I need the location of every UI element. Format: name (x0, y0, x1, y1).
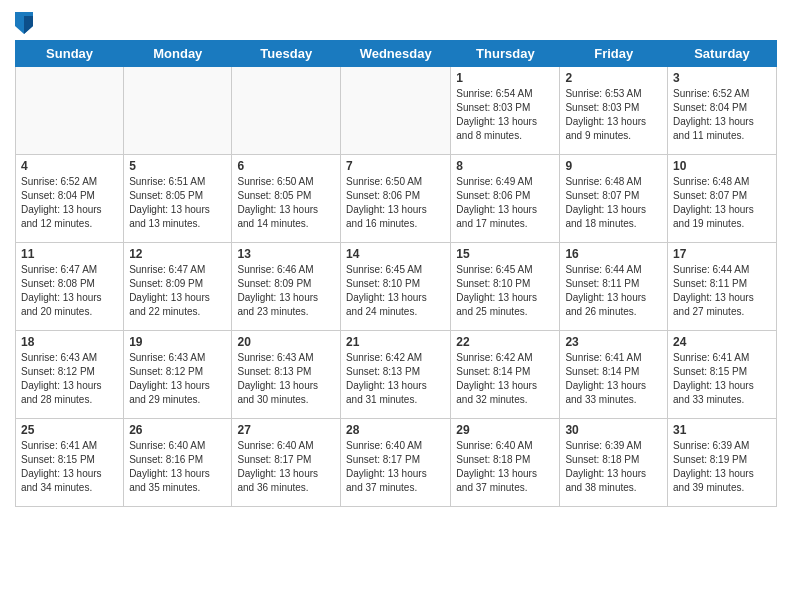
calendar-cell: 20Sunrise: 6:43 AM Sunset: 8:13 PM Dayli… (232, 331, 341, 419)
weekday-header-friday: Friday (560, 41, 668, 67)
day-info: Sunrise: 6:41 AM Sunset: 8:15 PM Dayligh… (21, 439, 118, 495)
calendar-cell: 9Sunrise: 6:48 AM Sunset: 8:07 PM Daylig… (560, 155, 668, 243)
day-info: Sunrise: 6:44 AM Sunset: 8:11 PM Dayligh… (565, 263, 662, 319)
calendar-cell: 31Sunrise: 6:39 AM Sunset: 8:19 PM Dayli… (668, 419, 777, 507)
day-info: Sunrise: 6:52 AM Sunset: 8:04 PM Dayligh… (673, 87, 771, 143)
day-info: Sunrise: 6:51 AM Sunset: 8:05 PM Dayligh… (129, 175, 226, 231)
day-info: Sunrise: 6:40 AM Sunset: 8:17 PM Dayligh… (346, 439, 445, 495)
day-number: 6 (237, 159, 335, 173)
day-info: Sunrise: 6:39 AM Sunset: 8:18 PM Dayligh… (565, 439, 662, 495)
day-number: 20 (237, 335, 335, 349)
calendar-cell: 14Sunrise: 6:45 AM Sunset: 8:10 PM Dayli… (341, 243, 451, 331)
calendar-cell: 1Sunrise: 6:54 AM Sunset: 8:03 PM Daylig… (451, 67, 560, 155)
day-number: 13 (237, 247, 335, 261)
day-info: Sunrise: 6:52 AM Sunset: 8:04 PM Dayligh… (21, 175, 118, 231)
calendar-cell: 4Sunrise: 6:52 AM Sunset: 8:04 PM Daylig… (16, 155, 124, 243)
day-info: Sunrise: 6:47 AM Sunset: 8:09 PM Dayligh… (129, 263, 226, 319)
weekday-header-wednesday: Wednesday (341, 41, 451, 67)
day-info: Sunrise: 6:46 AM Sunset: 8:09 PM Dayligh… (237, 263, 335, 319)
day-number: 17 (673, 247, 771, 261)
day-info: Sunrise: 6:41 AM Sunset: 8:14 PM Dayligh… (565, 351, 662, 407)
day-number: 22 (456, 335, 554, 349)
page: SundayMondayTuesdayWednesdayThursdayFrid… (0, 0, 792, 517)
calendar-cell: 18Sunrise: 6:43 AM Sunset: 8:12 PM Dayli… (16, 331, 124, 419)
calendar-cell: 16Sunrise: 6:44 AM Sunset: 8:11 PM Dayli… (560, 243, 668, 331)
day-info: Sunrise: 6:54 AM Sunset: 8:03 PM Dayligh… (456, 87, 554, 143)
calendar-cell (232, 67, 341, 155)
day-info: Sunrise: 6:43 AM Sunset: 8:12 PM Dayligh… (129, 351, 226, 407)
calendar-cell: 12Sunrise: 6:47 AM Sunset: 8:09 PM Dayli… (124, 243, 232, 331)
calendar-cell: 24Sunrise: 6:41 AM Sunset: 8:15 PM Dayli… (668, 331, 777, 419)
calendar-table: SundayMondayTuesdayWednesdayThursdayFrid… (15, 40, 777, 507)
calendar-cell: 11Sunrise: 6:47 AM Sunset: 8:08 PM Dayli… (16, 243, 124, 331)
calendar-cell: 3Sunrise: 6:52 AM Sunset: 8:04 PM Daylig… (668, 67, 777, 155)
day-number: 5 (129, 159, 226, 173)
calendar-cell: 23Sunrise: 6:41 AM Sunset: 8:14 PM Dayli… (560, 331, 668, 419)
day-number: 1 (456, 71, 554, 85)
day-number: 23 (565, 335, 662, 349)
calendar-cell: 27Sunrise: 6:40 AM Sunset: 8:17 PM Dayli… (232, 419, 341, 507)
day-info: Sunrise: 6:40 AM Sunset: 8:17 PM Dayligh… (237, 439, 335, 495)
day-number: 30 (565, 423, 662, 437)
day-info: Sunrise: 6:48 AM Sunset: 8:07 PM Dayligh… (673, 175, 771, 231)
calendar-cell: 25Sunrise: 6:41 AM Sunset: 8:15 PM Dayli… (16, 419, 124, 507)
day-info: Sunrise: 6:48 AM Sunset: 8:07 PM Dayligh… (565, 175, 662, 231)
calendar-week-2: 4Sunrise: 6:52 AM Sunset: 8:04 PM Daylig… (16, 155, 777, 243)
day-info: Sunrise: 6:41 AM Sunset: 8:15 PM Dayligh… (673, 351, 771, 407)
calendar-cell: 17Sunrise: 6:44 AM Sunset: 8:11 PM Dayli… (668, 243, 777, 331)
day-number: 31 (673, 423, 771, 437)
calendar-cell: 30Sunrise: 6:39 AM Sunset: 8:18 PM Dayli… (560, 419, 668, 507)
calendar-cell (341, 67, 451, 155)
calendar-cell: 19Sunrise: 6:43 AM Sunset: 8:12 PM Dayli… (124, 331, 232, 419)
day-number: 21 (346, 335, 445, 349)
calendar-week-4: 18Sunrise: 6:43 AM Sunset: 8:12 PM Dayli… (16, 331, 777, 419)
calendar-header: SundayMondayTuesdayWednesdayThursdayFrid… (16, 41, 777, 67)
day-number: 10 (673, 159, 771, 173)
calendar-week-1: 1Sunrise: 6:54 AM Sunset: 8:03 PM Daylig… (16, 67, 777, 155)
calendar-cell: 7Sunrise: 6:50 AM Sunset: 8:06 PM Daylig… (341, 155, 451, 243)
day-info: Sunrise: 6:45 AM Sunset: 8:10 PM Dayligh… (456, 263, 554, 319)
weekday-header-saturday: Saturday (668, 41, 777, 67)
day-number: 3 (673, 71, 771, 85)
calendar-cell: 15Sunrise: 6:45 AM Sunset: 8:10 PM Dayli… (451, 243, 560, 331)
calendar-cell: 28Sunrise: 6:40 AM Sunset: 8:17 PM Dayli… (341, 419, 451, 507)
header (15, 10, 777, 34)
day-number: 24 (673, 335, 771, 349)
weekday-header-thursday: Thursday (451, 41, 560, 67)
svg-marker-1 (24, 16, 33, 34)
weekday-header-tuesday: Tuesday (232, 41, 341, 67)
calendar-cell: 6Sunrise: 6:50 AM Sunset: 8:05 PM Daylig… (232, 155, 341, 243)
day-number: 19 (129, 335, 226, 349)
day-info: Sunrise: 6:43 AM Sunset: 8:12 PM Dayligh… (21, 351, 118, 407)
day-number: 11 (21, 247, 118, 261)
day-number: 9 (565, 159, 662, 173)
day-info: Sunrise: 6:39 AM Sunset: 8:19 PM Dayligh… (673, 439, 771, 495)
day-number: 7 (346, 159, 445, 173)
calendar-cell: 2Sunrise: 6:53 AM Sunset: 8:03 PM Daylig… (560, 67, 668, 155)
calendar-cell (16, 67, 124, 155)
day-info: Sunrise: 6:50 AM Sunset: 8:06 PM Dayligh… (346, 175, 445, 231)
calendar-cell: 29Sunrise: 6:40 AM Sunset: 8:18 PM Dayli… (451, 419, 560, 507)
day-info: Sunrise: 6:53 AM Sunset: 8:03 PM Dayligh… (565, 87, 662, 143)
weekday-header-sunday: Sunday (16, 41, 124, 67)
calendar-cell: 10Sunrise: 6:48 AM Sunset: 8:07 PM Dayli… (668, 155, 777, 243)
day-info: Sunrise: 6:47 AM Sunset: 8:08 PM Dayligh… (21, 263, 118, 319)
day-number: 28 (346, 423, 445, 437)
day-number: 4 (21, 159, 118, 173)
day-number: 16 (565, 247, 662, 261)
calendar-cell: 8Sunrise: 6:49 AM Sunset: 8:06 PM Daylig… (451, 155, 560, 243)
day-number: 2 (565, 71, 662, 85)
day-info: Sunrise: 6:40 AM Sunset: 8:18 PM Dayligh… (456, 439, 554, 495)
day-info: Sunrise: 6:42 AM Sunset: 8:13 PM Dayligh… (346, 351, 445, 407)
day-info: Sunrise: 6:42 AM Sunset: 8:14 PM Dayligh… (456, 351, 554, 407)
day-number: 27 (237, 423, 335, 437)
day-number: 15 (456, 247, 554, 261)
day-info: Sunrise: 6:44 AM Sunset: 8:11 PM Dayligh… (673, 263, 771, 319)
day-info: Sunrise: 6:43 AM Sunset: 8:13 PM Dayligh… (237, 351, 335, 407)
day-number: 29 (456, 423, 554, 437)
calendar-cell: 22Sunrise: 6:42 AM Sunset: 8:14 PM Dayli… (451, 331, 560, 419)
calendar-body: 1Sunrise: 6:54 AM Sunset: 8:03 PM Daylig… (16, 67, 777, 507)
day-number: 18 (21, 335, 118, 349)
day-number: 14 (346, 247, 445, 261)
calendar-cell: 21Sunrise: 6:42 AM Sunset: 8:13 PM Dayli… (341, 331, 451, 419)
